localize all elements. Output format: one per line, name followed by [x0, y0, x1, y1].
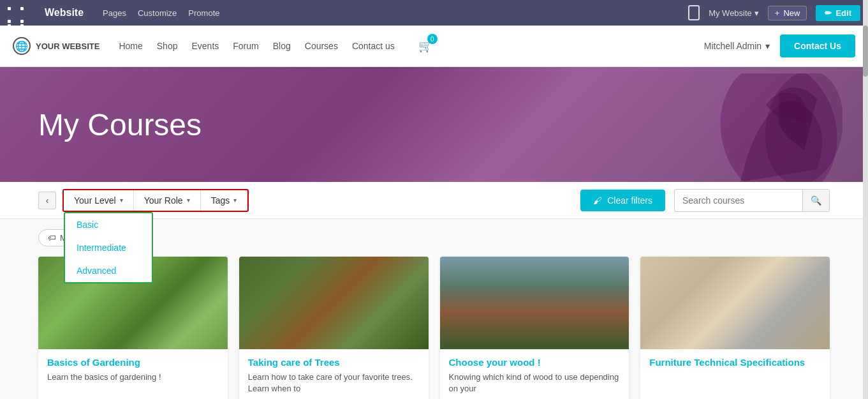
admin-nav: Pages Customize Promote — [103, 8, 219, 18]
level-option-basic[interactable]: Basic — [65, 213, 152, 236]
chevron-down-icon: ▾ — [754, 8, 759, 18]
filter-prev-button[interactable]: ‹ — [38, 192, 56, 209]
chevron-down-icon: ▾ — [233, 197, 237, 204]
admin-bar-title: Website — [45, 7, 84, 19]
grid-menu-icon[interactable] — [8, 0, 32, 32]
nav-forum[interactable]: Forum — [233, 41, 258, 51]
search-input[interactable] — [675, 195, 802, 206]
course-image — [239, 257, 429, 349]
site-logo-text: YOUR WEBSITE — [36, 41, 99, 51]
scrollbar-thumb[interactable] — [863, 26, 868, 77]
filter-level-dropdown[interactable]: Your Level ▾ — [64, 190, 134, 211]
edit-label: Edit — [835, 8, 851, 18]
courses-grid: Basics of Gardening Learn the basics of … — [38, 257, 830, 399]
admin-nav-pages[interactable]: Pages — [103, 8, 126, 18]
admin-bar: Website Pages Customize Promote My Websi… — [0, 0, 868, 26]
admin-bar-right: My Website ▾ + New ✏ Edit — [688, 5, 860, 21]
course-card-body: Taking care of Trees Learn how to take c… — [239, 349, 429, 399]
admin-nav-customize[interactable]: Customize — [138, 8, 177, 18]
chevron-down-icon: ▾ — [187, 197, 190, 204]
course-desc: Learn the basics of gardening ! — [47, 372, 219, 383]
nav-contact[interactable]: Contact us — [352, 41, 395, 51]
edit-button[interactable]: ✏ Edit — [816, 5, 860, 21]
top-nav: 🌐 YOUR WEBSITE Home Shop Events Forum Bl… — [0, 26, 868, 67]
new-label: New — [783, 8, 800, 18]
contact-us-button[interactable]: Contact Us — [780, 34, 855, 57]
page-scrollbar[interactable] — [863, 0, 868, 399]
course-image — [640, 257, 830, 349]
nav-blog[interactable]: Blog — [273, 41, 291, 51]
tag-icon: 🏷 — [48, 233, 56, 243]
course-title[interactable]: Basics of Gardening — [47, 357, 219, 368]
site-logo-icon: 🌐 — [13, 37, 31, 55]
course-title[interactable]: Choose your wood ! — [449, 357, 621, 368]
nav-courses[interactable]: Courses — [305, 41, 338, 51]
my-website-dropdown[interactable]: My Website ▾ — [709, 8, 759, 18]
nav-events[interactable]: Events — [191, 41, 219, 51]
filter-level-label: Your Level — [74, 195, 116, 206]
course-card: Choose your wood ! Knowing which kind of… — [440, 257, 629, 399]
filter-dropdowns: Your Level ▾ Your Role ▾ Tags ▾ Basic In… — [63, 189, 249, 212]
course-image — [440, 257, 629, 349]
filter-role-dropdown[interactable]: Your Role ▾ — [134, 190, 201, 211]
user-dropdown[interactable]: Mitchell Admin ▾ — [704, 41, 770, 51]
cart-badge: 0 — [427, 34, 438, 44]
search-box: 🔍 — [674, 189, 830, 212]
nav-right: Mitchell Admin ▾ Contact Us — [704, 34, 855, 57]
filter-role-label: Your Role — [144, 195, 183, 206]
course-desc: Learn how to take care of your favorite … — [248, 372, 420, 395]
brush-icon: 🖌 — [593, 195, 602, 206]
main-nav: Home Shop Events Forum Blog Courses Cont… — [119, 39, 432, 53]
level-option-intermediate[interactable]: Intermediate — [65, 236, 152, 259]
course-card-body: Basics of Gardening Learn the basics of … — [38, 349, 228, 391]
course-card: Furniture Technical Specifications — [640, 257, 830, 399]
new-button[interactable]: + New — [768, 6, 807, 20]
chevron-down-icon: ▾ — [120, 197, 123, 204]
mobile-preview-icon[interactable] — [688, 5, 700, 20]
site-logo[interactable]: 🌐 YOUR WEBSITE — [13, 37, 99, 55]
pencil-icon: ✏ — [825, 8, 832, 18]
course-title[interactable]: Taking care of Trees — [248, 357, 420, 368]
filter-tags-dropdown[interactable]: Tags ▾ — [201, 190, 248, 211]
clear-filters-label: Clear filters — [607, 195, 652, 206]
search-button[interactable]: 🔍 — [802, 190, 829, 211]
hero-banner: My Courses — [0, 67, 868, 182]
level-option-advanced[interactable]: Advanced — [65, 259, 152, 282]
chevron-down-icon: ▾ — [765, 41, 770, 51]
filter-tags-label: Tags — [211, 195, 230, 206]
course-card: Taking care of Trees Learn how to take c… — [239, 257, 429, 399]
nav-shop[interactable]: Shop — [157, 41, 178, 51]
course-card-body: Choose your wood ! Knowing which kind of… — [440, 349, 629, 399]
course-card-body: Furniture Technical Specifications — [640, 349, 830, 379]
filter-bar: ‹ Your Level ▾ Your Role ▾ Tags ▾ Basic … — [0, 182, 868, 219]
hero-title: My Courses — [38, 107, 202, 142]
admin-nav-promote[interactable]: Promote — [188, 8, 219, 18]
course-desc: Knowing which kind of wood to use depend… — [449, 372, 621, 395]
course-title[interactable]: Furniture Technical Specifications — [649, 357, 821, 368]
user-name: Mitchell Admin — [704, 41, 761, 51]
level-dropdown-menu: Basic Intermediate Advanced — [64, 212, 153, 283]
hero-silhouette — [651, 73, 842, 182]
nav-home[interactable]: Home — [119, 41, 142, 51]
plus-icon: + — [775, 8, 780, 18]
cart-icon[interactable]: 🛒 0 — [418, 39, 432, 53]
clear-filters-button[interactable]: 🖌 Clear filters — [580, 190, 665, 211]
